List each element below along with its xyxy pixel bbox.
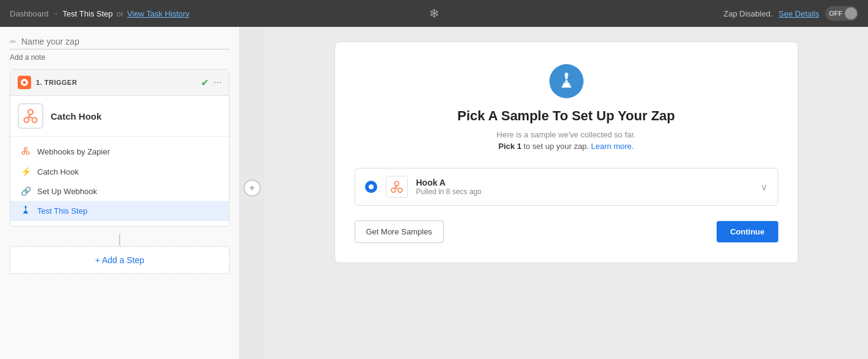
pencil-icon: ✏ bbox=[10, 37, 16, 46]
sample-desc: Here is a sample we've collected so far. bbox=[355, 130, 778, 139]
get-more-samples-button[interactable]: Get More Samples bbox=[355, 220, 444, 243]
toggle-knob bbox=[845, 7, 857, 20]
webhooks-icon bbox=[23, 108, 38, 124]
steps-list: Webhooks by Zapier ⚡ Catch Hook 🔗 Set Up… bbox=[10, 136, 229, 226]
hook-webhook-icon bbox=[390, 180, 403, 194]
plus-connector-button[interactable]: + bbox=[244, 180, 261, 197]
step-item-setup-webhook[interactable]: 🔗 Set Up Webhook bbox=[10, 181, 229, 201]
toggle-label: OFF bbox=[829, 10, 842, 17]
hook-radio-inner bbox=[369, 184, 374, 189]
dashboard-link[interactable]: Dashboard bbox=[10, 9, 49, 18]
svg-point-7 bbox=[24, 147, 27, 150]
hook-name: Hook A bbox=[416, 178, 752, 187]
learn-more-link[interactable]: Learn more. bbox=[591, 142, 634, 151]
svg-point-12 bbox=[394, 181, 399, 186]
svg-point-1 bbox=[32, 117, 37, 122]
add-step-section: + Add a Step bbox=[10, 234, 230, 274]
trigger-check-icon: ✔ bbox=[201, 77, 209, 89]
trigger-more-icon[interactable]: ··· bbox=[214, 77, 222, 88]
svg-point-2 bbox=[28, 109, 33, 114]
continue-button[interactable]: Continue bbox=[717, 221, 778, 242]
step-icon-catch-hook: ⚡ bbox=[20, 167, 31, 176]
nav-right-controls: Zap Disabled. See Details OFF bbox=[723, 6, 858, 21]
step-icon-setup-webhook: 🔗 bbox=[20, 186, 31, 196]
add-note-link[interactable]: Add a note bbox=[10, 53, 230, 62]
sample-title: Pick A Sample To Set Up Your Zap bbox=[355, 108, 778, 124]
trigger-header[interactable]: 1. TRIGGER ✔ ··· bbox=[10, 70, 229, 96]
zap-toggle[interactable]: OFF bbox=[825, 6, 858, 21]
nav-center-logo: ❄ bbox=[429, 6, 439, 21]
zap-name-section: ✏ Add a note bbox=[10, 37, 230, 62]
hook-item[interactable]: Hook A Pulled in 8 secs ago ∨ bbox=[355, 168, 778, 206]
connector-line bbox=[119, 234, 120, 246]
zap-name-input[interactable] bbox=[21, 37, 230, 46]
hook-info: Hook A Pulled in 8 secs ago bbox=[416, 178, 752, 196]
step-icon-webhooks bbox=[20, 147, 31, 157]
webhook-app-icon-box bbox=[18, 103, 43, 129]
hook-chevron-icon[interactable]: ∨ bbox=[761, 181, 768, 193]
svg-point-6 bbox=[26, 151, 29, 154]
sample-card: Pick A Sample To Set Up Your Zap Here is… bbox=[335, 42, 798, 263]
step-label-webhooks: Webhooks by Zapier bbox=[37, 147, 110, 156]
svg-point-5 bbox=[22, 151, 24, 154]
current-step-label: Test This Step bbox=[63, 9, 113, 18]
center-connector-area: + bbox=[240, 27, 264, 359]
step-item-webhooks[interactable]: Webhooks by Zapier bbox=[10, 142, 229, 162]
top-nav: Dashboard → Test This Step or View Task … bbox=[0, 0, 868, 27]
trigger-block: 1. TRIGGER ✔ ··· Catch Hook bbox=[10, 69, 230, 227]
view-task-history-link[interactable]: View Task History bbox=[127, 9, 189, 18]
step-item-catch-hook[interactable]: ⚡ Catch Hook bbox=[10, 162, 229, 181]
svg-point-10 bbox=[391, 188, 396, 192]
right-panel: Pick A Sample To Set Up Your Zap Here is… bbox=[264, 27, 868, 359]
sidebar: ✏ Add a note 1. TRIGGER ✔ ··· bbox=[0, 27, 240, 359]
svg-point-0 bbox=[24, 117, 29, 122]
step-icon-test-step bbox=[20, 206, 31, 216]
main-layout: ✏ Add a note 1. TRIGGER ✔ ··· bbox=[0, 27, 868, 359]
zap-name-input-wrapper: ✏ bbox=[10, 37, 230, 49]
pick-count: Pick 1 bbox=[499, 142, 522, 151]
trigger-app-icon bbox=[20, 78, 29, 87]
trigger-icon-box bbox=[18, 76, 31, 89]
hook-app-icon bbox=[386, 176, 408, 198]
step-label-setup-webhook: Set Up Webhook bbox=[37, 187, 97, 196]
see-details-link[interactable]: See Details bbox=[779, 9, 819, 18]
breadcrumb-arrow: → bbox=[52, 10, 59, 17]
sample-card-header: Pick A Sample To Set Up Your Zap Here is… bbox=[355, 64, 778, 151]
catch-hook-label: Catch Hook bbox=[51, 111, 101, 121]
trigger-label: 1. TRIGGER bbox=[36, 79, 201, 86]
flask-svg-icon bbox=[558, 73, 575, 90]
flask-circle-icon bbox=[549, 64, 584, 98]
bottom-actions: Get More Samples Continue bbox=[355, 220, 778, 243]
svg-point-11 bbox=[398, 188, 402, 192]
hook-time: Pulled in 8 secs ago bbox=[416, 187, 752, 196]
zapier-logo-icon: ❄ bbox=[429, 7, 439, 20]
step-label-test-step: Test This Step bbox=[37, 206, 87, 216]
catch-hook-row: Catch Hook bbox=[10, 96, 229, 136]
step-item-test-step[interactable]: Test This Step bbox=[10, 201, 229, 221]
add-step-button[interactable]: + Add a Step bbox=[10, 246, 230, 274]
step-label-catch-hook: Catch Hook bbox=[37, 167, 79, 176]
pick-suffix: to set up your zap. bbox=[521, 142, 589, 151]
or-separator: or bbox=[117, 9, 124, 18]
sample-desc-pick: Pick 1 to set up your zap. Learn more. bbox=[355, 142, 778, 151]
nav-breadcrumb: Dashboard → Test This Step or View Task … bbox=[10, 9, 189, 18]
zap-disabled-text: Zap Disabled. bbox=[723, 9, 772, 18]
hook-radio-button[interactable] bbox=[365, 181, 377, 193]
